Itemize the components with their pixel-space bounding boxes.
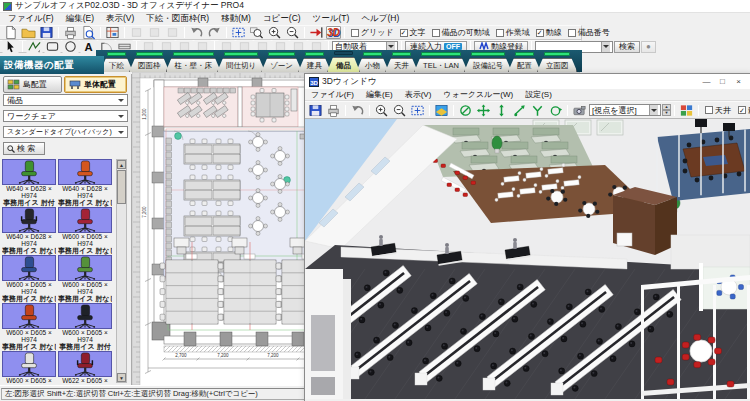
furniture-item-thumbnail[interactable] <box>2 255 56 281</box>
furniture-item-thumbnail[interactable] <box>2 303 56 329</box>
print-button[interactable] <box>62 26 79 39</box>
search-next-button[interactable]: ● <box>641 41 656 53</box>
furniture-item-7[interactable]: 事務用イス 肘なしW600 × D605 × H974 <box>58 294 112 342</box>
checkbox-2[interactable]: 備品の可動域 <box>432 27 490 38</box>
furniture-list-scrollbar[interactable]: ▲ ▼ <box>116 159 127 383</box>
frame-settings-button[interactable] <box>104 26 121 39</box>
maximize-icon[interactable]: □ <box>715 77 730 86</box>
tab-4[interactable]: ゾーン <box>261 58 302 72</box>
tab-3[interactable]: 間仕切り <box>217 58 265 72</box>
rectangle-tool-button[interactable] <box>44 40 61 53</box>
copy-button[interactable] <box>146 26 163 39</box>
circle-tool-button[interactable] <box>62 40 79 53</box>
undo-button[interactable] <box>188 26 205 39</box>
zoom-in-button[interactable] <box>266 26 283 39</box>
furniture-item-0[interactable]: W640 × D628 × H974 <box>2 159 56 198</box>
render-quality-button[interactable] <box>433 104 450 117</box>
scrollbar-thumb[interactable] <box>117 170 126 204</box>
three-d-title-bar[interactable]: 3D 3Dウィンドウ — □ × <box>305 74 750 89</box>
print-preview-button[interactable] <box>80 26 97 39</box>
single-layout-button[interactable]: 単体配置 <box>64 76 127 93</box>
zoom-out-button[interactable] <box>284 26 301 39</box>
minimize-icon[interactable]: — <box>699 77 714 86</box>
three-d-zoom-out-button[interactable] <box>391 104 408 117</box>
three-d-save-button[interactable] <box>307 104 324 117</box>
nav-elevate-button[interactable] <box>493 104 510 117</box>
nav-dolly-button[interactable] <box>511 104 528 117</box>
three-d-undo-button[interactable] <box>349 104 366 117</box>
island-layout-button[interactable]: 島配置 <box>3 76 62 93</box>
toolbar-search-button[interactable]: 検索 <box>614 41 640 53</box>
search-button[interactable]: 検 索 <box>3 142 45 155</box>
furniture-item-3[interactable]: 事務用イス 肘なしW600 × D605 × H974 <box>58 198 112 246</box>
tab-9[interactable]: TEL・LAN <box>414 58 468 72</box>
scroll-up-icon[interactable]: ▲ <box>117 160 126 169</box>
furniture-item-6[interactable]: 事務用イス 肘なしW600 × D605 × H974 <box>2 294 56 342</box>
zoom-region-button[interactable] <box>248 26 265 39</box>
select-tool-button[interactable] <box>2 40 19 53</box>
three-d-menu-item-1[interactable]: 編集(E) <box>360 89 399 100</box>
tab-2[interactable]: 柱・壁・床 <box>166 58 222 72</box>
category-select[interactable]: 備品 <box>3 94 128 106</box>
ceiling-checkbox[interactable]: 天井 <box>705 105 731 116</box>
scroll-down-icon[interactable]: ▼ <box>117 373 126 382</box>
menu-item-6[interactable]: ツール(T) <box>307 13 356 25</box>
furniture-item-thumbnail[interactable] <box>2 207 56 233</box>
shadow-checkbox[interactable]: ✓影 <box>738 105 750 116</box>
menu-item-4[interactable]: 移動(M) <box>215 13 257 25</box>
furniture-item-2[interactable]: 事務用イス 肘付W640 × D628 × H974 <box>2 198 56 246</box>
menu-item-3[interactable]: 下絵・図面枠(R) <box>140 13 215 25</box>
nav-orbit-button[interactable] <box>547 104 564 117</box>
subtype-select[interactable]: スタンダードタイプ(ハイバック) <box>3 126 128 138</box>
furniture-item-4[interactable]: 事務用イス 肘なしW600 × D605 × H974 <box>2 246 56 294</box>
type-select[interactable]: ワークチェア <box>3 110 128 122</box>
menu-item-1[interactable]: 編集(E) <box>60 13 100 25</box>
checkbox-3[interactable]: 作業域 <box>496 27 530 38</box>
furniture-item-thumbnail[interactable] <box>58 207 112 233</box>
furniture-item-thumbnail[interactable] <box>58 351 112 377</box>
furniture-item-1[interactable]: W640 × D628 × H974 <box>58 159 112 198</box>
color-palette-button[interactable] <box>678 104 695 117</box>
furniture-item-5[interactable]: 事務用イス 肘なしW600 × D605 × H974 <box>58 246 112 294</box>
nav-reset-button[interactable] <box>457 104 474 117</box>
checkbox-1[interactable]: ✓文字 <box>400 27 426 38</box>
three-d-menu-item-4[interactable]: 設定(S) <box>519 89 558 100</box>
text-tool-button[interactable]: A <box>80 40 97 53</box>
checkbox-0[interactable]: グリッド <box>351 27 394 38</box>
viewpoint-spinner[interactable]: ▲▼ <box>662 104 671 116</box>
furniture-item-thumbnail[interactable] <box>58 255 112 281</box>
viewpoint-select[interactable]: [視点を選択] <box>589 104 661 116</box>
three-d-view-button[interactable]: 3D <box>326 26 341 39</box>
nav-pan-button[interactable] <box>475 104 492 117</box>
three-d-print-button[interactable] <box>325 104 342 117</box>
three-d-menu-item-0[interactable]: ファイル(F) <box>305 89 360 100</box>
three-d-menu-item-3[interactable]: ウォークスルー(W) <box>437 89 519 100</box>
close-icon[interactable]: × <box>731 77 746 86</box>
walkthrough-button[interactable] <box>308 26 325 39</box>
furniture-item-thumbnail[interactable] <box>2 351 56 377</box>
tab-10[interactable]: 設備記号 <box>464 58 512 72</box>
checkbox-4[interactable]: ✓動線 <box>536 27 562 38</box>
cut-button[interactable] <box>128 26 145 39</box>
three-d-fit-button[interactable] <box>409 104 426 117</box>
paste-button[interactable] <box>164 26 181 39</box>
open-button[interactable] <box>20 26 37 39</box>
menu-item-2[interactable]: 表示(V) <box>100 13 140 25</box>
three-d-zoom-in-button[interactable] <box>373 104 390 117</box>
three-d-menu-item-2[interactable]: 表示(V) <box>399 89 438 100</box>
furniture-item-thumbnail[interactable] <box>58 303 112 329</box>
furniture-item-9[interactable]: 事務用イス 肘付W622 × D605 × H974 <box>58 342 112 383</box>
furniture-item-thumbnail[interactable] <box>2 159 56 185</box>
furniture-item-thumbnail[interactable] <box>58 159 112 185</box>
fit-view-button[interactable] <box>230 26 247 39</box>
tab-12[interactable]: 立面図 <box>537 58 578 72</box>
polyline-tool-button[interactable] <box>26 40 43 53</box>
three-d-viewport[interactable] <box>305 119 750 399</box>
checkbox-5[interactable]: 備品番号 <box>568 27 610 38</box>
save-button[interactable] <box>38 26 55 39</box>
nav-field-button[interactable] <box>529 104 546 117</box>
menu-item-5[interactable]: コピー(C) <box>257 13 307 25</box>
new-button[interactable] <box>2 26 19 39</box>
tab-1[interactable]: 図面枠 <box>129 58 170 72</box>
redo-button[interactable] <box>206 26 223 39</box>
